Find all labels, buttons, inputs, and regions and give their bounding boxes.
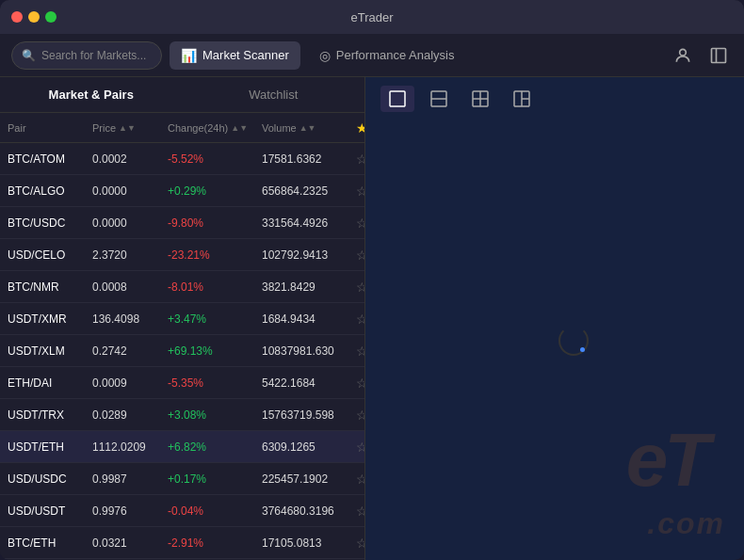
star-icon[interactable]: ☆ <box>356 152 364 167</box>
col-price[interactable]: Price ▲▼ <box>92 122 168 134</box>
cell-volume: 17581.6362 <box>262 152 356 166</box>
cell-change: +0.17% <box>168 472 262 486</box>
cell-change: -2.91% <box>168 536 262 550</box>
table-row[interactable]: BTC/NMR 0.0008 -8.01% 3821.8429 ☆ <box>0 271 364 303</box>
tab-watchlist[interactable]: Watchlist <box>183 77 365 112</box>
cell-pair: USD/CELO <box>8 248 92 262</box>
cell-change: -8.01% <box>168 280 262 294</box>
table-row[interactable]: BTC/USDC 0.0000 -9.80% 331564.4926 ☆ <box>0 207 364 239</box>
cell-price: 0.9987 <box>92 472 168 486</box>
table-row[interactable]: USD/USDT 0.9976 -0.04% 3764680.3196 ☆ <box>0 495 364 527</box>
cell-pair: BTC/NMR <box>8 280 92 294</box>
traffic-lights <box>11 11 57 23</box>
layout-tri-button[interactable] <box>505 86 539 112</box>
cell-price: 0.0000 <box>92 184 168 198</box>
search-box[interactable]: 🔍 Search for Markets... <box>11 41 162 70</box>
cell-pair: USDT/XMR <box>8 312 92 326</box>
layout-split-h-button[interactable] <box>422 86 456 112</box>
cell-volume: 1684.9434 <box>262 312 356 326</box>
cell-pair: USDT/XLM <box>8 344 92 358</box>
table-row[interactable]: BTC/ATOM 0.0002 -5.52% 17581.6362 ☆ <box>0 143 364 175</box>
left-panel: Market & Pairs Watchlist Pair Price ▲▼ <box>0 77 365 560</box>
spinner-dot <box>580 347 585 352</box>
cell-change: -0.04% <box>168 504 262 518</box>
cell-price: 0.0008 <box>92 280 168 294</box>
table-row[interactable]: ETH/DAI 0.0009 -5.35% 5422.1684 ☆ <box>0 367 364 399</box>
table-row[interactable]: BTC/ETH 0.0321 -2.91% 17105.0813 ☆ <box>0 527 364 559</box>
cell-change: -9.80% <box>168 216 262 230</box>
cell-change: +3.47% <box>168 312 262 326</box>
panel-tabs: Market & Pairs Watchlist <box>0 77 364 113</box>
market-table[interactable]: Pair Price ▲▼ Change(24h) ▲▼ Volume ▲▼ <box>0 113 364 560</box>
star-icon[interactable]: ☆ <box>356 184 364 199</box>
star-icon[interactable]: ☆ <box>356 248 364 263</box>
star-icon[interactable]: ☆ <box>356 472 364 487</box>
app-window: eTrader 🔍 Search for Markets... 📊 Market… <box>0 0 744 560</box>
watermark-logo: eT <box>626 417 706 504</box>
table-row[interactable]: USD/USDC 0.9987 +0.17% 225457.1902 ☆ <box>0 463 364 495</box>
loading-spinner <box>558 326 589 356</box>
table-row[interactable]: USD/CELO 2.3720 -23.21% 102792.9413 ☆ <box>0 239 364 271</box>
tab-performance-analysis[interactable]: ◎ Performance Analysis <box>308 41 466 70</box>
star-icon[interactable]: ☆ <box>356 216 364 231</box>
cell-volume: 102792.9413 <box>262 248 356 262</box>
layout-quad-button[interactable] <box>463 86 497 112</box>
title-bar: eTrader <box>0 0 744 34</box>
cell-price: 0.0000 <box>92 216 168 230</box>
cell-price: 0.0289 <box>92 408 168 422</box>
cell-change: +6.82% <box>168 440 262 454</box>
cell-pair: BTC/ALGO <box>8 184 92 198</box>
star-icon[interactable]: ☆ <box>356 312 364 327</box>
window-title: eTrader <box>350 10 393 24</box>
cell-volume: 3821.8429 <box>262 280 356 294</box>
svg-rect-1 <box>712 48 726 62</box>
col-change[interactable]: Change(24h) ▲▼ <box>168 122 262 134</box>
spinner-ring <box>558 326 589 356</box>
cell-pair: USDT/TRX <box>8 408 92 422</box>
col-volume[interactable]: Volume ▲▼ <box>262 122 356 134</box>
cell-change: +3.08% <box>168 408 262 422</box>
table-row[interactable]: USDT/XMR 136.4098 +3.47% 1684.9434 ☆ <box>0 303 364 335</box>
star-icon[interactable]: ☆ <box>356 376 364 391</box>
table-row[interactable]: BTC/ALGO 0.0000 +0.29% 656864.2325 ☆ <box>0 175 364 207</box>
table-header: Pair Price ▲▼ Change(24h) ▲▼ Volume ▲▼ <box>0 113 364 143</box>
star-icon[interactable]: ☆ <box>356 408 364 423</box>
table-row[interactable]: USDT/ETH 1112.0209 +6.82% 6309.1265 ☆ <box>0 431 364 463</box>
cell-price: 0.9976 <box>92 504 168 518</box>
cell-volume: 5422.1684 <box>262 376 356 390</box>
market-scanner-icon: 📊 <box>181 48 197 63</box>
close-button[interactable] <box>11 11 23 23</box>
tab-market-pairs[interactable]: Market & Pairs <box>0 77 183 112</box>
cell-pair: USD/USDC <box>8 472 92 486</box>
cell-volume: 6309.1265 <box>262 440 356 454</box>
maximize-button[interactable] <box>45 11 57 23</box>
cell-volume: 15763719.598 <box>262 408 356 422</box>
star-icon[interactable]: ☆ <box>356 504 364 519</box>
chart-area: eT .com <box>365 120 744 560</box>
user-icon-button[interactable] <box>669 41 697 70</box>
chart-toolbar <box>365 77 744 120</box>
cell-volume: 3764680.3196 <box>262 504 356 518</box>
svg-rect-3 <box>390 91 405 106</box>
layout-icon-button[interactable] <box>704 41 733 70</box>
cell-pair: USD/USDT <box>8 504 92 518</box>
star-icon[interactable]: ☆ <box>356 280 364 295</box>
cell-price: 2.3720 <box>92 248 168 262</box>
star-icon[interactable]: ☆ <box>356 536 364 551</box>
cell-pair: USDT/ETH <box>8 440 92 454</box>
minimize-button[interactable] <box>28 11 40 23</box>
watermark-domain: .com <box>647 506 725 541</box>
main-content: Market & Pairs Watchlist Pair Price ▲▼ <box>0 77 744 560</box>
star-icon[interactable]: ☆ <box>356 440 364 455</box>
col-fav: ★ <box>356 120 364 136</box>
layout-single-button[interactable] <box>380 86 414 112</box>
cell-pair: BTC/ETH <box>8 536 92 550</box>
table-row[interactable]: USDT/XLM 0.2742 +69.13% 10837981.630 ☆ <box>0 335 364 367</box>
star-icon[interactable]: ☆ <box>356 344 364 359</box>
tab-market-scanner[interactable]: 📊 Market Scanner <box>170 41 300 70</box>
table-row[interactable]: USDT/TRX 0.0289 +3.08% 15763719.598 ☆ <box>0 399 364 431</box>
search-icon: 🔍 <box>22 49 36 62</box>
cell-price: 136.4098 <box>92 312 168 326</box>
cell-change: +69.13% <box>168 344 262 358</box>
performance-analysis-label: Performance Analysis <box>336 48 455 62</box>
